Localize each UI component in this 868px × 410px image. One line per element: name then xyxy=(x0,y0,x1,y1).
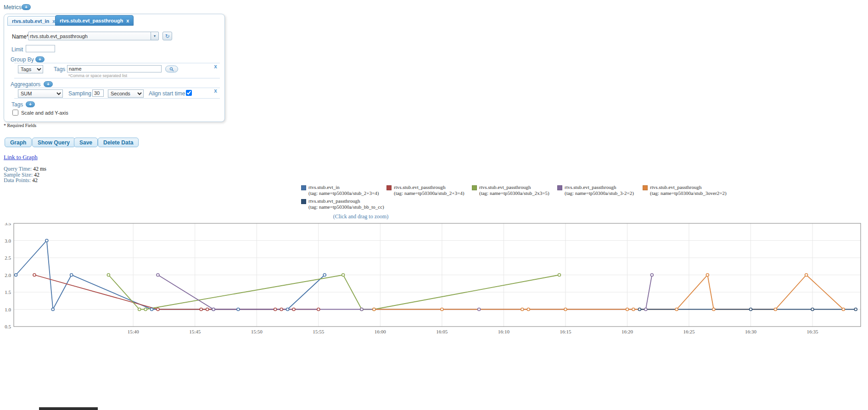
close-icon[interactable]: x xyxy=(214,89,217,93)
sampling-value-input[interactable] xyxy=(92,89,104,97)
limit-label: Limit xyxy=(11,46,23,53)
legend-item: rtvs.stub.evt_passthrough(tag: name=tp50… xyxy=(557,184,643,196)
tags-hint: *Comma or space separated list xyxy=(68,73,127,78)
data-points-row: Data Points: 42 xyxy=(4,177,46,183)
metrics-section-label: Metrics xyxy=(4,4,22,11)
legend-label: rtvs.stub.evt_passthrough(tag: name=tp50… xyxy=(479,184,549,196)
close-icon[interactable]: x xyxy=(126,18,129,23)
aggregator-select[interactable]: SUM xyxy=(18,89,63,98)
legend-label: rtvs.stub.evt_passthrough(tag: name=tp50… xyxy=(565,184,634,196)
legend-swatch-icon xyxy=(557,185,562,190)
group-by-label: Group By xyxy=(11,56,34,63)
aggregators-label: Aggregators xyxy=(11,81,40,88)
refresh-icon: ↻ xyxy=(165,33,169,39)
tab-evt-passthrough[interactable]: rtvs.stub.evt_passthrough x xyxy=(55,15,134,26)
tags-section-label: Tags xyxy=(11,101,23,108)
required-fields-note: * Required Fields xyxy=(4,123,36,128)
zoom-hint: (Click and drag to zoom) xyxy=(301,213,420,220)
aggregator-row: SUM Sampling Seconds Align start time x xyxy=(14,88,220,99)
svg-text:16:30: 16:30 xyxy=(745,329,757,334)
svg-text:16:25: 16:25 xyxy=(683,329,695,334)
plus-icon: + xyxy=(29,102,32,107)
name-dropdown-button[interactable]: ▾ xyxy=(151,32,159,40)
group-by-row: Tags Tags x *Comma or space separated li… xyxy=(14,63,220,78)
add-aggregator-button[interactable]: + xyxy=(44,81,53,87)
delete-data-button[interactable]: Delete Data xyxy=(98,138,139,147)
svg-text:0.5: 0.5 xyxy=(5,324,11,329)
svg-text:16:00: 16:00 xyxy=(375,329,386,334)
legend-swatch-icon xyxy=(386,185,392,190)
legend-label: rtvs.stub.evt_in(tag: name=tp50300a/stub… xyxy=(308,184,379,196)
legend-item: rtvs.stub.evt_passthrough(tag: name=tp50… xyxy=(301,198,386,210)
svg-text:16:35: 16:35 xyxy=(807,329,819,334)
tab-label: rtvs.stub.evt_in xyxy=(12,18,49,24)
search-icon xyxy=(169,67,174,72)
svg-text:2.5: 2.5 xyxy=(5,255,11,260)
svg-text:15:55: 15:55 xyxy=(313,329,325,334)
scale-y-axis-label: Scale and add Y-axis xyxy=(21,110,68,116)
legend-item: rtvs.stub.evt_passthrough(tag: name=tp50… xyxy=(386,184,472,196)
sampling-unit-select[interactable]: Seconds xyxy=(108,89,144,98)
metric-name-input[interactable] xyxy=(28,32,151,40)
svg-text:16:05: 16:05 xyxy=(436,329,448,334)
horizontal-scrollbar-thumb[interactable] xyxy=(39,407,98,410)
group-by-tags-label: Tags xyxy=(54,66,65,72)
svg-text:3.5: 3.5 xyxy=(5,223,11,226)
group-by-tags-input[interactable] xyxy=(67,65,162,72)
svg-text:15:40: 15:40 xyxy=(128,329,140,334)
query-stats: Query Time: 42 ms Sample Size: 42 Data P… xyxy=(4,166,46,183)
plus-icon: + xyxy=(47,82,50,87)
limit-input[interactable] xyxy=(26,45,55,52)
svg-text:16:20: 16:20 xyxy=(622,329,633,334)
graph-button[interactable]: Graph xyxy=(5,138,32,147)
chart-legend: rtvs.stub.evt_in(tag: name=tp50300a/stub… xyxy=(301,184,735,212)
chart-plot[interactable]: 0.51.01.52.02.53.03.515:4015:4515:5015:5… xyxy=(0,223,868,340)
svg-text:2.0: 2.0 xyxy=(5,272,11,278)
scale-y-axis-checkbox[interactable] xyxy=(12,110,18,116)
legend-item: rtvs.stub.evt_passthrough(tag: name=tp50… xyxy=(472,184,557,196)
svg-text:15:45: 15:45 xyxy=(189,329,201,334)
link-to-graph[interactable]: Link to Graph xyxy=(4,154,38,161)
legend-label: rtvs.stub.evt_passthrough(tag: name=tp50… xyxy=(650,184,727,196)
legend-item: rtvs.stub.evt_in(tag: name=tp50300a/stub… xyxy=(301,184,386,196)
search-button[interactable] xyxy=(165,66,178,72)
legend-label: rtvs.stub.evt_passthrough(tag: name=tp50… xyxy=(308,198,384,210)
svg-text:16:10: 16:10 xyxy=(498,329,510,334)
legend-swatch-icon xyxy=(301,199,306,204)
add-metric-button[interactable]: + xyxy=(22,4,31,10)
svg-text:3.0: 3.0 xyxy=(5,238,11,244)
chevron-down-icon: ▾ xyxy=(154,34,156,38)
data-points-label: Data Points: xyxy=(4,177,31,183)
svg-text:16:15: 16:15 xyxy=(560,329,571,334)
legend-swatch-icon xyxy=(643,185,648,190)
close-icon[interactable]: x xyxy=(214,64,217,69)
refresh-button[interactable]: ↻ xyxy=(162,32,172,40)
show-query-button[interactable]: Show Query xyxy=(32,138,75,147)
tab-label: rtvs.stub.evt_passthrough xyxy=(60,18,123,23)
align-start-time-checkbox[interactable] xyxy=(186,90,192,96)
chart-svg: 0.51.01.52.02.53.03.515:4015:4515:5015:5… xyxy=(0,223,868,340)
data-points-value: 42 xyxy=(32,177,38,183)
metrics-query-page: Metrics + rtvs.stub.evt_in x rtvs.stub.e… xyxy=(0,0,868,410)
add-group-by-button[interactable]: + xyxy=(35,56,45,62)
legend-swatch-icon xyxy=(301,185,306,190)
plus-icon: + xyxy=(25,5,28,10)
save-button[interactable]: Save xyxy=(74,138,98,147)
align-start-time-label: Align start time xyxy=(149,90,185,97)
name-label: Name* xyxy=(12,33,29,40)
group-by-type-select[interactable]: Tags xyxy=(18,65,43,73)
metric-form-panel: rtvs.stub.evt_in x rtvs.stub.evt_passthr… xyxy=(4,14,225,122)
legend-item: rtvs.stub.evt_passthrough(tag: name=tp50… xyxy=(643,184,728,196)
legend-swatch-icon xyxy=(472,185,477,190)
plus-icon: + xyxy=(39,57,41,62)
svg-text:15:50: 15:50 xyxy=(251,329,263,334)
sampling-label: Sampling xyxy=(68,90,91,97)
legend-label: rtvs.stub.evt_passthrough(tag: name=tp50… xyxy=(394,184,464,196)
add-tag-button[interactable]: + xyxy=(26,101,35,107)
svg-text:1.0: 1.0 xyxy=(5,307,11,312)
tab-evt-in[interactable]: rtvs.stub.evt_in x xyxy=(7,16,60,26)
svg-text:1.5: 1.5 xyxy=(5,289,11,295)
